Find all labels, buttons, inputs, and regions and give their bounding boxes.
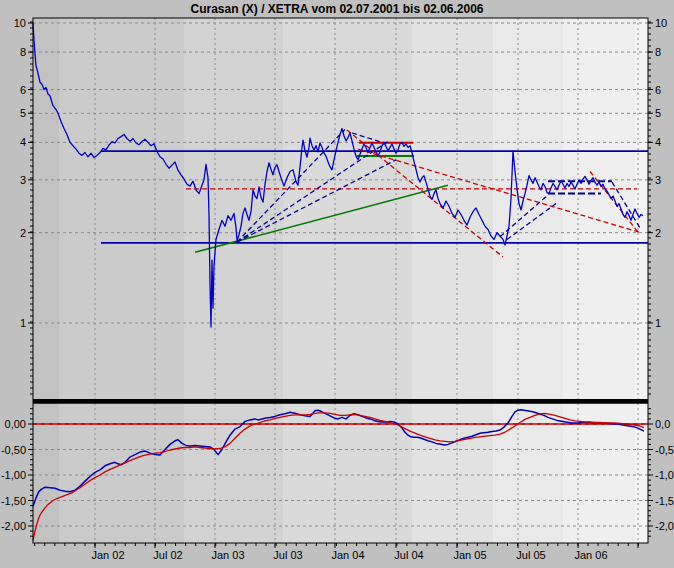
y-axis-label-left: 0,00 [5, 418, 26, 430]
background-band [635, 18, 648, 543]
chart-svg: 1010886655443322110,000,0-0,50-0,5-1,00-… [0, 0, 674, 568]
y-axis-label-right: 8 [655, 46, 661, 58]
y-axis-label-right: 0,0 [655, 418, 670, 430]
x-axis-label: Jul 05 [516, 549, 545, 561]
x-axis-label: Jul 02 [153, 549, 182, 561]
y-axis-label-right: 5 [655, 107, 661, 119]
background-band [563, 18, 635, 543]
y-axis-label-right: -0,5 [655, 444, 674, 456]
panel-divider [33, 399, 648, 404]
y-axis-label-right: 2 [655, 227, 661, 239]
y-axis-label-left: 1 [20, 317, 26, 329]
y-axis-label-right: -1,0 [655, 469, 674, 481]
y-axis-label-left: -1,50 [1, 495, 26, 507]
y-axis-label-right: 6 [655, 84, 661, 96]
y-axis-label-right: -1,5 [655, 495, 674, 507]
y-axis-label-left: 10 [14, 17, 26, 29]
background-band [493, 18, 563, 543]
y-axis-label-left: 8 [20, 46, 26, 58]
chart-title: Curasan (X) / XETRA vom 02.07.2001 bis 0… [0, 2, 674, 16]
x-axis-label: Jul 04 [394, 549, 423, 561]
y-axis-label-left: 2 [20, 227, 26, 239]
y-axis-label-left: 5 [20, 107, 26, 119]
y-axis-label-left: -1,00 [1, 469, 26, 481]
x-axis-label: Jul 03 [273, 549, 302, 561]
y-axis-label-left: 3 [20, 174, 26, 186]
x-axis-label: Jan 03 [211, 549, 244, 561]
y-axis-label-left: 4 [20, 136, 26, 148]
background-band [184, 18, 283, 543]
y-axis-label-right: 4 [655, 136, 661, 148]
y-axis-label-right: 1 [655, 317, 661, 329]
y-axis-label-left: -2,00 [1, 520, 26, 532]
y-axis-label-left: -0,50 [1, 444, 26, 456]
x-axis-label: Jan 05 [453, 549, 486, 561]
chart-canvas: 1010886655443322110,000,0-0,50-0,5-1,00-… [0, 0, 674, 568]
stock-chart-window: Curasan (X) / XETRA vom 02.07.2001 bis 0… [0, 0, 674, 568]
y-axis-label-right: 10 [655, 17, 667, 29]
y-axis-label-left: 6 [20, 84, 26, 96]
x-axis-label: Jan 06 [574, 549, 607, 561]
y-axis-label-right: 3 [655, 174, 661, 186]
x-axis-label: Jan 04 [331, 549, 364, 561]
background-band [412, 18, 493, 543]
y-axis-label-right: -2,0 [655, 520, 674, 532]
x-axis-label: Jan 02 [91, 549, 124, 561]
background-band [33, 18, 59, 543]
background-band [283, 18, 412, 543]
